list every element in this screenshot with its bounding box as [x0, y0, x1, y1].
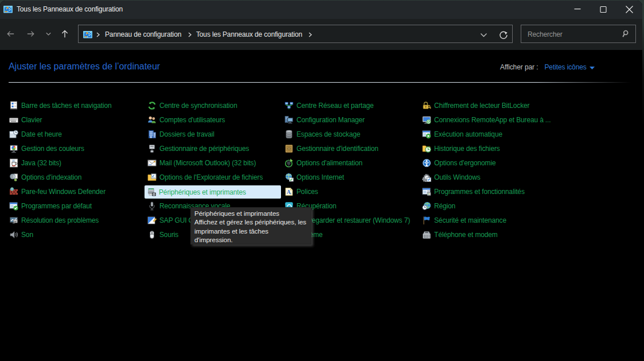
svg-text:a: a	[290, 191, 292, 195]
